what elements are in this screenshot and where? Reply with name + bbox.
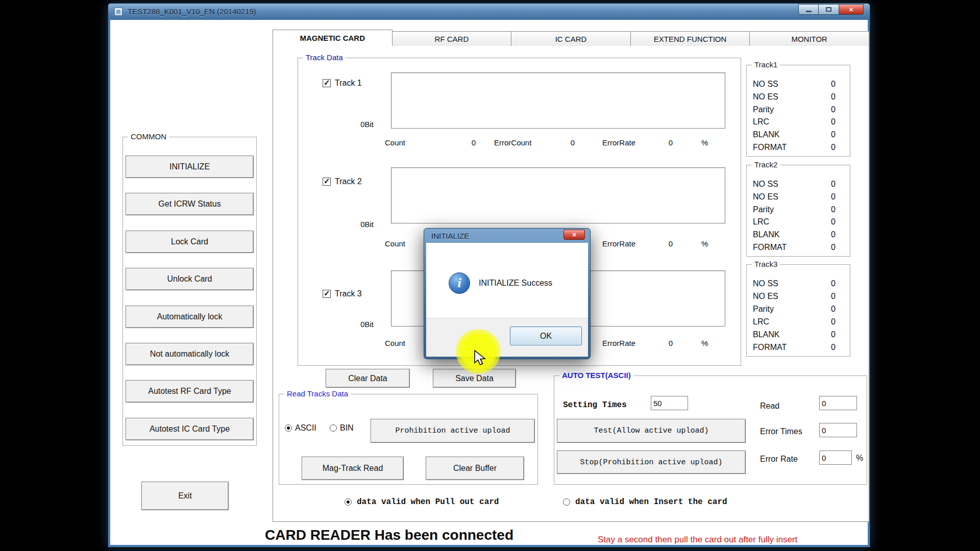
initialize-button[interactable]: INITIALIZE <box>126 156 254 178</box>
stat-row: NO ES0 <box>753 292 836 301</box>
stat-name: NO SS <box>753 80 778 89</box>
error-rate-input[interactable] <box>819 450 852 465</box>
clear-buffer-button[interactable]: Clear Buffer <box>426 457 524 480</box>
autotest-rf-card-type-button[interactable]: Autotest RF Card Type <box>126 380 254 403</box>
check-icon: ✓ <box>324 289 330 298</box>
data-valid-pull-out-radio[interactable] <box>345 498 352 506</box>
prohibition-active-upload-button[interactable]: Prohibition active upload <box>371 419 535 443</box>
app-icon <box>114 8 122 16</box>
status-connected-text: CARD READER Has been connected <box>265 527 513 543</box>
track3-checkbox[interactable]: ✓ <box>323 290 331 298</box>
stat-name: BLANK <box>753 330 779 339</box>
track2-checkbox[interactable]: ✓ <box>323 178 331 186</box>
stat-value: 0 <box>831 243 836 252</box>
tab-extend-function[interactable]: EXTEND FUNCTION <box>630 31 750 46</box>
stat-value: 0 <box>831 105 836 114</box>
stat-name: Parity <box>753 305 774 314</box>
automatically-lock-button[interactable]: Automatically lock <box>126 306 254 328</box>
stat-row: BLANK0 <box>753 130 836 139</box>
track2-errorrate-value: 0 <box>660 239 673 248</box>
read-input[interactable] <box>819 396 857 410</box>
stat-row: BLANK0 <box>753 230 836 239</box>
data-valid-insert-radio[interactable] <box>563 498 570 506</box>
stat-row: Parity0 <box>753 205 836 214</box>
stat-value: 0 <box>831 143 836 152</box>
bin-radio[interactable] <box>330 424 337 432</box>
stat-name: LRC <box>753 117 769 127</box>
mag-track-read-button[interactable]: Mag-Track Read <box>302 457 404 480</box>
tab-magnetic-card[interactable]: MAGNETIC CARD <box>273 30 393 46</box>
stat-value: 0 <box>831 330 836 339</box>
titlebar[interactable]: TEST288_K001_V10_EN (20140219) × <box>108 4 870 20</box>
setting-times-input[interactable] <box>651 396 688 410</box>
lock-card-button[interactable]: Lock Card <box>126 231 254 253</box>
stat-value: 0 <box>831 180 836 189</box>
track1-errorrate-value: 0 <box>660 138 673 147</box>
setting-times-label: Setting Times <box>563 400 627 410</box>
test-allow-active-upload-button[interactable]: Test(Allow active upload) <box>557 419 746 443</box>
stat-name: Parity <box>753 105 774 114</box>
stop-prohibition-active-upload-button[interactable]: Stop(Prohibition active upload) <box>557 450 746 474</box>
status-hint-text: Stay a second then pull the card out aft… <box>598 535 797 545</box>
ascii-radio-label: ASCII <box>295 423 316 433</box>
get-icrw-status-button[interactable]: Get ICRW Status <box>126 193 254 215</box>
track2-label: Track 2 <box>335 177 362 186</box>
autotest-ic-card-type-button[interactable]: Autotest IC Card Type <box>126 418 254 440</box>
track2-errorrate-label: ErrorRate <box>602 239 635 248</box>
initialize-dialog: INITIALIZE × i INITIALIZE Success OK <box>424 228 591 359</box>
track1-checkbox[interactable]: ✓ <box>323 79 331 87</box>
tab-ic-card[interactable]: IC CARD <box>511 31 631 46</box>
bin-radio-label: BIN <box>340 423 354 433</box>
track1-stats-groupbox: Track1 NO SS0 NO ES0 Parity0 LRC0 BLANK0… <box>746 65 850 157</box>
close-icon: × <box>849 6 853 13</box>
track2-percent-label: % <box>701 239 708 248</box>
stat-name: NO SS <box>753 279 778 288</box>
stat-name: BLANK <box>753 130 779 139</box>
ascii-radio[interactable] <box>285 424 292 432</box>
auto-test-group-label: AUTO TEST(ASCII) <box>559 371 633 380</box>
close-button[interactable]: × <box>839 4 864 15</box>
minimize-button[interactable] <box>798 4 819 15</box>
stat-name: Parity <box>753 205 774 214</box>
track1-errorcount-label: ErrorCount <box>494 138 531 147</box>
clear-data-button[interactable]: Clear Data <box>326 369 410 388</box>
ok-button[interactable]: OK <box>510 327 582 345</box>
track2-textarea[interactable] <box>391 167 725 223</box>
stat-value: 0 <box>831 80 836 89</box>
tab-rf-card[interactable]: RF CARD <box>392 31 512 46</box>
exit-button[interactable]: Exit <box>141 482 229 510</box>
minimize-icon <box>806 11 812 12</box>
track1-textarea[interactable] <box>391 72 725 129</box>
stat-value: 0 <box>831 92 836 102</box>
stat-name: NO ES <box>753 192 778 202</box>
unlock-card-button[interactable]: Unlock Card <box>126 268 254 290</box>
stat-value: 0 <box>831 117 836 127</box>
stat-name: LRC <box>753 317 769 327</box>
data-valid-pull-out-label: data valid when Pull out card <box>357 497 499 507</box>
window-controls: × <box>798 4 864 15</box>
stat-name: BLANK <box>753 230 779 239</box>
stat-row: NO SS0 <box>753 80 836 89</box>
track1-count-value: 0 <box>463 138 476 147</box>
info-icon-glyph: i <box>457 277 461 290</box>
read-label: Read <box>760 402 779 411</box>
stat-row: BLANK0 <box>753 330 836 339</box>
stat-row: LRC0 <box>753 117 836 127</box>
stat-row: LRC0 <box>753 217 836 227</box>
not-automatically-lock-button[interactable]: Not automatically lock <box>126 343 254 365</box>
stat-row: Parity0 <box>753 305 836 314</box>
track1-label: Track 1 <box>335 79 362 88</box>
error-times-input[interactable] <box>819 423 857 437</box>
maximize-button[interactable] <box>819 4 839 15</box>
tab-monitor[interactable]: MONITOR <box>749 31 869 46</box>
common-group-label: COMMON <box>128 132 169 141</box>
stat-row: Parity0 <box>753 105 836 114</box>
stat-row: FORMAT0 <box>753 143 836 152</box>
stat-value: 0 <box>831 292 836 301</box>
tab-bar: MAGNETIC CARD RF CARD IC CARD EXTEND FUN… <box>273 30 869 46</box>
track2-stats-rows: NO SS0 NO ES0 Parity0 LRC0 BLANK0 FORMAT… <box>753 180 836 252</box>
dialog-close-button[interactable]: × <box>564 230 585 240</box>
close-icon: × <box>572 231 576 238</box>
track1-bits-label: 0Bit <box>333 120 374 129</box>
stat-value: 0 <box>831 279 836 288</box>
